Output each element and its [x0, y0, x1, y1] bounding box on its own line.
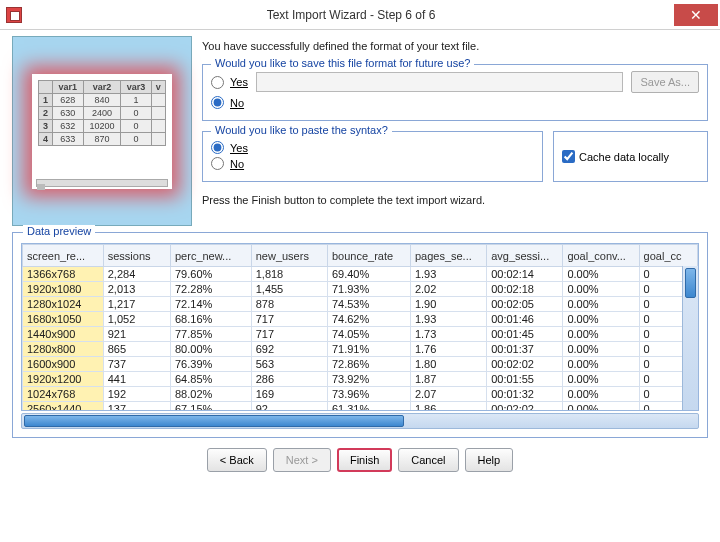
column-header[interactable]: bounce_rate	[327, 245, 410, 267]
table-row[interactable]: 1920x10802,01372.28%1,45571.93%2.0200:02…	[23, 282, 698, 297]
column-header[interactable]: new_users	[251, 245, 327, 267]
column-header[interactable]: avg_sessi...	[487, 245, 563, 267]
titlebar: Text Import Wizard - Step 6 of 6 ✕	[0, 0, 720, 30]
cache-label[interactable]: Cache data locally	[579, 151, 669, 163]
press-finish-text: Press the Finish button to complete the …	[202, 188, 708, 208]
save-format-legend: Would you like to save this file format …	[211, 57, 474, 69]
column-header[interactable]: goal_conv...	[563, 245, 639, 267]
save-format-yes-radio[interactable]	[211, 76, 224, 89]
back-button[interactable]: < Back	[207, 448, 267, 472]
data-preview-legend: Data preview	[23, 225, 95, 237]
table-row[interactable]: 1680x10501,05268.16%71774.62%1.9300:01:4…	[23, 312, 698, 327]
save-format-no-radio[interactable]	[211, 96, 224, 109]
save-format-no-label[interactable]: No	[230, 97, 244, 109]
table-row[interactable]: 1280x10241,21772.14%87874.53%1.9000:02:0…	[23, 297, 698, 312]
save-format-group: Would you like to save this file format …	[202, 64, 708, 121]
table-row[interactable]: 1920x120044164.85%28673.92%1.8700:01:550…	[23, 372, 698, 387]
table-row[interactable]: 1366x7682,28479.60%1,81869.40%1.9300:02:…	[23, 267, 698, 282]
paste-syntax-yes-radio[interactable]	[211, 141, 224, 154]
save-format-yes-label[interactable]: Yes	[230, 76, 248, 88]
help-button[interactable]: Help	[465, 448, 514, 472]
close-button[interactable]: ✕	[674, 4, 718, 26]
horizontal-scrollbar[interactable]	[21, 413, 699, 429]
paste-syntax-yes-label[interactable]: Yes	[230, 142, 248, 154]
save-path-field	[256, 72, 624, 92]
vertical-scrollbar[interactable]	[682, 266, 698, 410]
paste-syntax-group: Would you like to paste the syntax? Yes …	[202, 131, 543, 182]
window-title: Text Import Wizard - Step 6 of 6	[28, 8, 674, 22]
column-header[interactable]: goal_cc	[639, 245, 697, 267]
column-header[interactable]: perc_new...	[170, 245, 251, 267]
thumbnail-table-preview: var1var2var3v162884012630240003632102000…	[32, 74, 172, 189]
table-row[interactable]: 1600x90073776.39%56372.86%1.8000:02:020.…	[23, 357, 698, 372]
cache-checkbox[interactable]	[562, 150, 575, 163]
thumbnail-panel: var1var2var3v162884012630240003632102000…	[12, 36, 192, 226]
column-header[interactable]: pages_se...	[410, 245, 486, 267]
table-row[interactable]: 1440x90092177.85%71774.05%1.7300:01:450.…	[23, 327, 698, 342]
cancel-button[interactable]: Cancel	[398, 448, 458, 472]
wizard-buttons: < Back Next > Finish Cancel Help	[12, 438, 708, 478]
table-row[interactable]: 1280x80086580.00%69271.91%1.7600:01:370.…	[23, 342, 698, 357]
paste-syntax-no-label[interactable]: No	[230, 158, 244, 170]
finish-button[interactable]: Finish	[337, 448, 392, 472]
data-preview-table-wrap[interactable]: screen_re...sessionsperc_new...new_users…	[21, 243, 699, 411]
thumb-scrollbar	[36, 179, 168, 187]
app-icon	[6, 7, 22, 23]
data-preview-group: Data preview screen_re...sessionsperc_ne…	[12, 232, 708, 438]
intro-text: You have successfully defined the format…	[202, 36, 708, 54]
next-button[interactable]: Next >	[273, 448, 331, 472]
cache-group: Cache data locally	[553, 131, 708, 182]
column-header[interactable]: screen_re...	[23, 245, 104, 267]
paste-syntax-legend: Would you like to paste the syntax?	[211, 124, 392, 136]
table-row[interactable]: 1024x76819288.02%16973.96%2.0700:01:320.…	[23, 387, 698, 402]
column-header[interactable]: sessions	[103, 245, 170, 267]
paste-syntax-no-radio[interactable]	[211, 157, 224, 170]
data-preview-table: screen_re...sessionsperc_new...new_users…	[22, 244, 698, 411]
table-row[interactable]: 2560x144013767.15%9261.31%1.8600:02:020.…	[23, 402, 698, 412]
save-as-button[interactable]: Save As...	[631, 71, 699, 93]
